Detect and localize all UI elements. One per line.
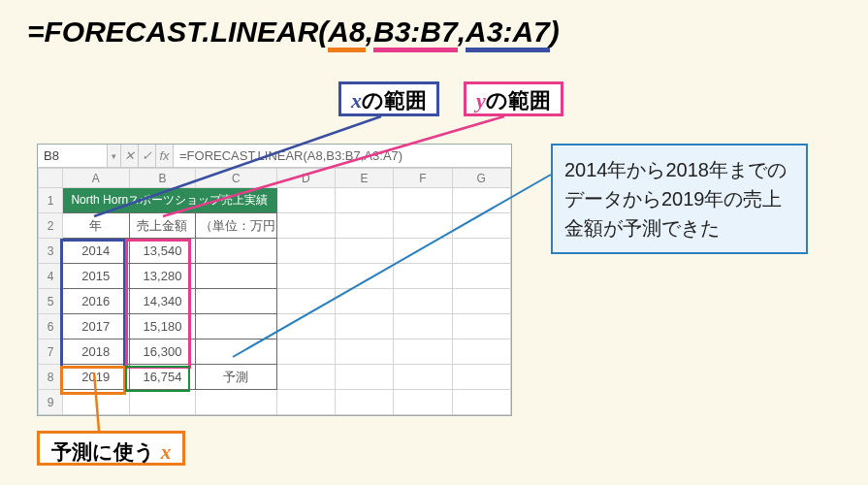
cell-B6[interactable]: 15,180 <box>129 314 196 340</box>
x-icon: ✕ <box>124 148 135 163</box>
cell-G9[interactable] <box>452 390 510 415</box>
col-header-B[interactable]: B <box>129 169 196 188</box>
cell-C7[interactable] <box>196 340 276 365</box>
formula-prefix: =FORECAST.LINEAR( <box>27 16 328 48</box>
cell-G7[interactable] <box>452 340 510 365</box>
formula-arg3: A3:A7 <box>466 16 550 52</box>
cell-G2[interactable] <box>452 213 510 239</box>
cell-F4[interactable] <box>394 264 452 289</box>
cell-F1[interactable] <box>394 188 452 213</box>
cell-F5[interactable] <box>394 289 452 314</box>
cell-E3[interactable] <box>335 239 393 264</box>
cell-G5[interactable] <box>452 289 510 314</box>
cell-F9[interactable] <box>394 390 452 415</box>
formula-bar-input[interactable]: =FORECAST.LINEAR(A8,B3:B7,A3:A7) <box>174 145 511 167</box>
cell-C5[interactable] <box>196 289 276 314</box>
x-range-text: の範囲 <box>362 88 427 113</box>
cell-C6[interactable] <box>196 314 276 340</box>
cell-B5[interactable]: 14,340 <box>129 289 196 314</box>
cell-A8[interactable]: 2019 <box>62 365 129 390</box>
cell-E7[interactable] <box>335 340 393 365</box>
row-header-6[interactable]: 6 <box>39 314 63 340</box>
row-header-5[interactable]: 5 <box>39 289 63 314</box>
col-header-A[interactable]: A <box>62 169 129 188</box>
formula-arg1: A8 <box>328 16 365 52</box>
cell-A9[interactable] <box>62 390 129 415</box>
label-pred-x: 予測に使う x <box>37 431 185 466</box>
cell-D1[interactable] <box>276 188 335 213</box>
cell-A5[interactable]: 2016 <box>62 289 129 314</box>
col-header-F[interactable]: F <box>394 169 452 188</box>
formula-bar: B8 ▾ ✕ ✓ fx =FORECAST.LINEAR(A8,B3:B7,A3… <box>38 145 511 168</box>
cell-D8[interactable] <box>276 365 335 390</box>
cell-C8[interactable]: 予測 <box>196 365 276 390</box>
cell-G6[interactable] <box>452 314 510 340</box>
row-header-3[interactable]: 3 <box>39 239 63 264</box>
select-all-corner[interactable] <box>39 169 63 188</box>
row-header-1[interactable]: 1 <box>39 188 63 213</box>
col-header-C[interactable]: C <box>196 169 276 188</box>
cell-E4[interactable] <box>335 264 393 289</box>
row-header-9[interactable]: 9 <box>39 390 63 415</box>
cell-D6[interactable] <box>276 314 335 340</box>
cell-F6[interactable] <box>394 314 452 340</box>
row-header-2[interactable]: 2 <box>39 213 63 239</box>
title-cell[interactable]: North Hornスポーツショップ売上実績 <box>62 188 276 213</box>
cell-C3[interactable] <box>196 239 276 264</box>
cell-G8[interactable] <box>452 365 510 390</box>
cell-D3[interactable] <box>276 239 335 264</box>
cancel-icon[interactable]: ✕ <box>121 145 139 167</box>
cell-G1[interactable] <box>452 188 510 213</box>
x-var: x <box>351 88 362 113</box>
cell-E2[interactable] <box>335 213 393 239</box>
cell-F8[interactable] <box>394 365 452 390</box>
cell-B4[interactable]: 13,280 <box>129 264 196 289</box>
cell-C4[interactable] <box>196 264 276 289</box>
row-header-8[interactable]: 8 <box>39 365 63 390</box>
cell-B9[interactable] <box>129 390 196 415</box>
cell-G4[interactable] <box>452 264 510 289</box>
cell-G3[interactable] <box>452 239 510 264</box>
cell-F7[interactable] <box>394 340 452 365</box>
cell-B7[interactable]: 16,300 <box>129 340 196 365</box>
cell-E5[interactable] <box>335 289 393 314</box>
row-header-4[interactable]: 4 <box>39 264 63 289</box>
name-box-dropdown-icon[interactable]: ▾ <box>108 145 121 167</box>
check-icon: ✓ <box>142 148 152 163</box>
name-box[interactable]: B8 <box>38 145 108 167</box>
cell-B3[interactable]: 13,540 <box>129 239 196 264</box>
cell-D9[interactable] <box>276 390 335 415</box>
cell-A6[interactable]: 2017 <box>62 314 129 340</box>
cell-D4[interactable] <box>276 264 335 289</box>
fx-icon[interactable]: fx <box>156 145 174 167</box>
fx-label: fx <box>159 148 169 163</box>
cell-A4[interactable]: 2015 <box>62 264 129 289</box>
row-6: 6 2017 15,180 <box>39 314 511 340</box>
row-7: 7 2018 16,300 <box>39 340 511 365</box>
col-header-D[interactable]: D <box>276 169 335 188</box>
header-unit[interactable]: （単位：万円） <box>196 213 276 239</box>
cell-D5[interactable] <box>276 289 335 314</box>
spreadsheet: B8 ▾ ✕ ✓ fx =FORECAST.LINEAR(A8,B3:B7,A3… <box>37 144 512 416</box>
formula-sep1: , <box>366 16 373 48</box>
cell-D2[interactable] <box>276 213 335 239</box>
col-header-E[interactable]: E <box>335 169 393 188</box>
row-header-7[interactable]: 7 <box>39 340 63 365</box>
cell-D7[interactable] <box>276 340 335 365</box>
col-header-G[interactable]: G <box>452 169 510 188</box>
cell-A7[interactable]: 2018 <box>62 340 129 365</box>
cell-E8[interactable] <box>335 365 393 390</box>
cell-E1[interactable] <box>335 188 393 213</box>
cell-C9[interactable] <box>196 390 276 415</box>
cell-B8[interactable]: 16,754 <box>129 365 196 390</box>
cell-E9[interactable] <box>335 390 393 415</box>
cell-E6[interactable] <box>335 314 393 340</box>
cells-grid[interactable]: A B C D E F G 1 North Hornスポーツショップ売上実績 2 <box>38 168 511 415</box>
cell-F2[interactable] <box>394 213 452 239</box>
header-year[interactable]: 年 <box>62 213 129 239</box>
label-y-range: yの範囲 <box>464 81 563 116</box>
cell-A3[interactable]: 2014 <box>62 239 129 264</box>
cell-F3[interactable] <box>394 239 452 264</box>
header-amount[interactable]: 売上金額 <box>129 213 196 239</box>
confirm-icon[interactable]: ✓ <box>139 145 156 167</box>
